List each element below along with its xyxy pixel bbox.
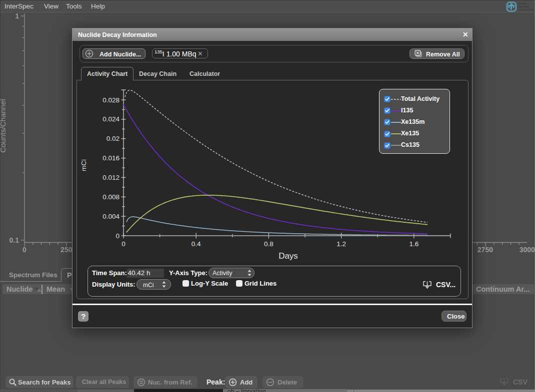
svg-text:0.8: 0.8 <box>264 240 274 248</box>
svg-text:0.016: 0.016 <box>102 154 120 162</box>
svg-text:0.012: 0.012 <box>102 174 120 181</box>
svg-text:3000: 3000 <box>520 246 535 254</box>
svg-text:0.4: 0.4 <box>192 240 201 248</box>
svg-text:Counts/Channel: Counts/Channel <box>0 99 7 153</box>
svg-text:1: 1 <box>15 12 19 20</box>
svg-text:0.02: 0.02 <box>106 135 120 142</box>
svg-text:1.6: 1.6 <box>409 240 418 248</box>
svg-text:250: 250 <box>60 246 72 254</box>
svg-text:0.1: 0.1 <box>10 236 20 244</box>
svg-text:2750: 2750 <box>478 246 493 254</box>
svg-text:0.008: 0.008 <box>102 193 120 201</box>
svg-text:0: 0 <box>22 246 26 254</box>
svg-text:1.2: 1.2 <box>336 240 346 248</box>
svg-text:0: 0 <box>122 240 126 248</box>
svg-text:mCi: mCi <box>80 159 88 171</box>
svg-text:Days: Days <box>278 251 298 261</box>
svg-text:0.028: 0.028 <box>102 96 120 104</box>
svg-text:0: 0 <box>116 232 120 240</box>
svg-text:0.024: 0.024 <box>102 115 120 123</box>
svg-text:0.004: 0.004 <box>102 213 120 220</box>
